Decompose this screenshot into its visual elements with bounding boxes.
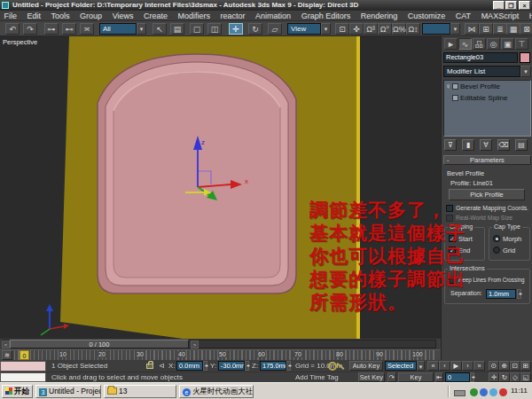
percent-snap-icon[interactable]: Ω% <box>392 23 406 35</box>
zoom-extents-icon[interactable]: ⊡ <box>510 361 520 371</box>
pick-profile-button[interactable]: Pick Profile <box>449 189 525 200</box>
key-filters-button[interactable]: Key Filters... <box>398 372 434 382</box>
named-selection-arrow-icon[interactable]: ▼ <box>450 23 460 35</box>
layer-manager-icon[interactable]: ≣ <box>493 23 507 35</box>
reference-coordinate-arrow-icon[interactable]: ▼ <box>321 23 331 35</box>
next-frame-icon[interactable]: › <box>462 361 473 371</box>
tray-icon-blue[interactable] <box>480 388 488 396</box>
tab-display-icon[interactable]: ▣ <box>501 38 514 50</box>
go-to-end-icon[interactable]: » <box>473 361 485 371</box>
select-and-move-icon[interactable]: ✛ <box>229 23 243 35</box>
tray-icon-messenger[interactable] <box>489 388 497 396</box>
menu-views[interactable]: Views <box>108 11 137 21</box>
modifier-stack-row[interactable]: ♀Bevel Profile <box>444 81 530 92</box>
zoom-all-icon[interactable]: ⊕ <box>499 361 510 371</box>
menu-tools[interactable]: Tools <box>47 11 74 21</box>
absolute-mode-icon[interactable]: ⊲ <box>159 362 165 370</box>
menu-edit[interactable]: Edit <box>23 11 45 21</box>
frame-forward-icon[interactable]: > <box>191 340 199 348</box>
select-object-icon[interactable]: ↖ <box>153 23 167 35</box>
y-coordinate-field[interactable]: -30.0mm <box>218 361 245 371</box>
lightbulb-icon[interactable]: ♀ <box>444 81 452 92</box>
mirror-icon[interactable]: ⋈ <box>465 23 479 35</box>
taskbar-item-folder[interactable]: 13 <box>104 385 176 398</box>
plaque-object[interactable] <box>98 54 296 293</box>
x-spinner[interactable] <box>203 361 207 371</box>
menu-rendering[interactable]: Rendering <box>356 11 402 21</box>
go-to-start-icon[interactable]: « <box>427 361 439 371</box>
maxscript-mini-listener-macro[interactable] <box>0 361 46 372</box>
separation-field[interactable]: 1.0mm <box>486 289 516 299</box>
tab-hierarchy-icon[interactable]: 品 <box>473 38 486 50</box>
arc-rotate-icon[interactable]: ↻ <box>499 372 510 382</box>
curve-editor-icon[interactable]: ▦ <box>506 23 520 35</box>
min-max-toggle-icon[interactable]: ◱ <box>520 372 531 382</box>
taskbar-item-3dsmax[interactable]: 3Untitled - Project Fold... <box>35 385 101 398</box>
schematic-view-icon[interactable]: ⊠ <box>520 23 532 35</box>
link-icon[interactable]: ⊶ <box>44 23 59 35</box>
menu-cat[interactable]: CAT <box>451 11 474 21</box>
add-time-tag[interactable]: Add Time Tag <box>295 373 339 381</box>
morph-radio[interactable] <box>493 235 500 242</box>
zoom-region-icon[interactable]: ⊞ <box>520 361 531 371</box>
tab-modify-icon[interactable]: ∿ <box>458 38 472 50</box>
align-icon[interactable]: ⊞ <box>479 23 493 35</box>
y-spinner[interactable] <box>245 361 249 371</box>
time-spinner[interactable] <box>470 372 474 382</box>
auto-key-button[interactable]: Auto Key <box>349 361 383 371</box>
z-coordinate-field[interactable]: 175.0mm <box>260 361 286 371</box>
pan-icon[interactable]: ✛ <box>489 372 499 382</box>
close-button[interactable]: × <box>519 1 530 10</box>
undo-icon[interactable]: ↶ <box>5 23 20 35</box>
make-unique-icon[interactable]: ∀ <box>480 139 492 151</box>
taskbar-item-browser[interactable]: e火星时代动画大社区 - ... <box>179 385 254 398</box>
object-name-field[interactable]: Rectangle03 <box>443 52 518 63</box>
menu-animation[interactable]: Animation <box>252 11 295 21</box>
generate-mapping-checkbox[interactable] <box>446 205 453 212</box>
reference-coordinate-dropdown[interactable]: View <box>287 23 321 35</box>
new-key-icon[interactable]: ↷ <box>387 372 396 382</box>
named-selection-dropdown[interactable] <box>422 23 450 35</box>
menu-reactor[interactable]: reactor <box>216 11 249 21</box>
modifier-stack-row[interactable]: Editable Spline <box>444 92 530 104</box>
mini-curve-editor-icon[interactable]: ≋ <box>2 350 12 360</box>
selection-filter-arrow-icon[interactable]: ▼ <box>137 23 146 35</box>
use-center-icon[interactable]: ⊡ <box>335 23 349 35</box>
set-key-mode-icon[interactable] <box>328 362 337 371</box>
select-and-scale-icon[interactable]: ▱ <box>268 23 282 35</box>
play-icon[interactable]: ▶ <box>450 361 462 371</box>
angle-snap-icon[interactable]: Ω° <box>378 23 392 35</box>
tab-utilities-icon[interactable]: ⊤ <box>515 38 528 50</box>
redo-icon[interactable]: ↷ <box>23 23 37 35</box>
tab-motion-icon[interactable]: ◎ <box>487 38 500 50</box>
restore-button[interactable]: ❐ <box>505 1 517 10</box>
select-by-name-icon[interactable]: ▤ <box>170 23 184 35</box>
set-key-button[interactable]: Set Key <box>358 372 385 382</box>
menu-modifiers[interactable]: Modifiers <box>174 11 215 21</box>
separation-spinner[interactable] <box>517 289 521 299</box>
menu-file[interactable]: File <box>0 11 21 21</box>
configure-modifier-sets-icon[interactable]: ▤ <box>515 139 528 151</box>
selection-filter-dropdown[interactable]: All <box>99 23 137 35</box>
key-step-icon[interactable]: ⇤ <box>435 372 443 382</box>
selection-lock-icon[interactable] <box>146 364 153 369</box>
window-crossing-icon[interactable]: ◫ <box>207 23 222 35</box>
printer-tray-icon[interactable] <box>454 390 466 396</box>
grid-radio[interactable] <box>493 246 500 254</box>
modifier-list-dropdown[interactable]: Modifier List <box>443 66 520 77</box>
tray-icon-green[interactable] <box>470 388 478 396</box>
remove-modifier-icon[interactable]: ⌫ <box>497 139 510 151</box>
modifier-stack-label[interactable]: Editable Spline <box>460 94 507 102</box>
manipulate-icon[interactable]: ✜ <box>349 23 364 35</box>
tab-create-icon[interactable]: ► <box>444 38 458 50</box>
tray-icon-shield[interactable] <box>499 388 507 396</box>
maxscript-mini-listener-script[interactable] <box>0 372 46 382</box>
start-button[interactable]: 开始 <box>2 385 33 398</box>
parameters-rollout-header[interactable]: - Parameters <box>443 155 531 165</box>
rectangular-region-icon[interactable]: ▢ <box>190 23 204 35</box>
key-set-arrow-icon[interactable]: ▼ <box>417 361 425 371</box>
select-and-rotate-icon[interactable]: ↻ <box>248 23 262 35</box>
field-of-view-icon[interactable]: ◇ <box>510 372 520 382</box>
modifier-list-arrow-icon[interactable]: ▼ <box>520 66 531 77</box>
collapse-icon[interactable]: - <box>447 156 450 165</box>
